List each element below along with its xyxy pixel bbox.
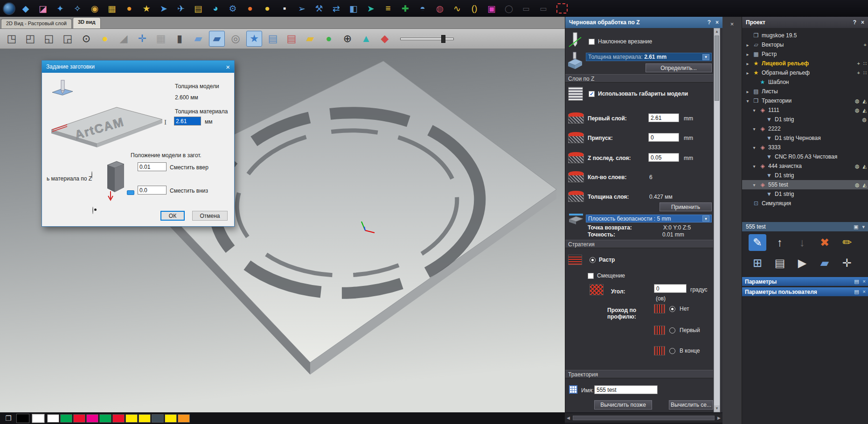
swap-arrows-icon[interactable]: ⇄ (329, 2, 343, 15)
cone-red-icon[interactable]: ◆ (377, 31, 393, 47)
material-slab-active-icon[interactable]: ▰ (209, 31, 225, 47)
tree-item[interactable]: ⊡Симуляция (742, 199, 868, 208)
move-down-icon[interactable]: ↓ (793, 234, 811, 251)
tree-arrow-icon[interactable]: ▸ (745, 61, 750, 66)
sculpt-tool-icon[interactable]: ◆ (19, 2, 33, 15)
bulb-icon[interactable]: ◍ (862, 117, 867, 123)
layers-icon[interactable]: ❐ (3, 414, 14, 423)
menu-icon[interactable]: ▤ (854, 289, 859, 295)
selection-frame-icon[interactable] (556, 3, 568, 14)
close-icon[interactable]: × (863, 278, 866, 285)
rename-icon[interactable]: ✏ (838, 234, 856, 251)
collapse-icon[interactable]: ▾ (862, 224, 865, 230)
view-right-icon[interactable]: ◲ (60, 31, 76, 47)
light-icon[interactable]: ● (97, 31, 113, 47)
close-icon[interactable]: × (715, 19, 719, 26)
material-thickness-input[interactable] (174, 117, 201, 125)
menu-icon[interactable]: ▤ (854, 278, 859, 285)
plane-tool-icon[interactable]: ✈ (174, 2, 188, 15)
tree-arrow-icon[interactable]: ▾ (751, 145, 757, 150)
user-parameters-header[interactable]: Параметры пользователя ▤× (742, 287, 868, 296)
selected-toolpath-header[interactable]: 555 test ▣▾ (742, 222, 868, 231)
ghost-panel-icon[interactable]: ▭ (519, 2, 533, 15)
scroll-up-icon[interactable]: ▲ (714, 28, 720, 35)
texture-ball-icon[interactable]: ◉ (88, 2, 102, 15)
node-orange-icon[interactable]: ● (243, 2, 257, 15)
transform-icon[interactable]: ✛ (838, 255, 856, 271)
edit-toolpath-icon[interactable]: ✎ (749, 234, 766, 251)
mesh-grid-icon[interactable]: ▦ (105, 2, 119, 15)
node-gold-icon[interactable]: ● (260, 2, 274, 15)
palette-swatch[interactable] (86, 414, 98, 423)
star-shape-icon[interactable]: ★ (139, 2, 153, 15)
position-bottom-radio[interactable] (92, 207, 93, 214)
calculate-now-button[interactable]: Вычислить се... (669, 400, 713, 410)
tree-item[interactable]: ▼D1 strig Черновая (742, 133, 868, 143)
tree-arrow-icon[interactable]: ▾ (751, 108, 757, 113)
tree-item[interactable]: ▼CNC R0.05 A3 Чистовая (742, 152, 868, 161)
tree-item[interactable]: ▾◈555 test◍◭ (742, 180, 868, 189)
stack-blue-icon[interactable]: ▤ (265, 31, 281, 47)
tree-arrow-icon[interactable]: ▸ (745, 42, 750, 48)
star-select-icon[interactable]: ★ (246, 31, 262, 47)
offset-checkbox[interactable] (588, 273, 594, 279)
grid-icon[interactable]: ∷ (863, 61, 867, 67)
bulb-icon[interactable]: ◍ (855, 107, 860, 113)
close-icon[interactable]: × (226, 63, 230, 71)
grid-icon[interactable]: ∷ (863, 70, 867, 76)
project-panel-titlebar[interactable]: Проект ? × (742, 17, 868, 28)
teapot-icon[interactable]: ◓ (416, 2, 430, 15)
tab-2d-view[interactable]: 2D Вид - Растровый слой (1, 19, 72, 28)
profile-radio[interactable] (669, 327, 675, 334)
palette-swatch[interactable] (152, 414, 164, 423)
relief-disc-icon[interactable]: ● (122, 2, 136, 15)
offset-down-input[interactable] (138, 186, 167, 195)
tree-arrow-icon[interactable]: ▸ (745, 70, 750, 76)
magenta-box-icon[interactable]: ▣ (485, 2, 499, 15)
small-dot-icon[interactable]: ▪ (278, 2, 292, 15)
stack-red-icon[interactable]: ▤ (284, 31, 299, 47)
tree-item[interactable]: ▾◈3333 (742, 143, 868, 152)
profile-option-row[interactable]: В конце (654, 346, 700, 355)
curve-tool-icon[interactable]: ∿ (450, 2, 464, 15)
help-icon[interactable]: ? (853, 19, 856, 26)
bracket-tool-icon[interactable]: () (467, 2, 481, 15)
smudge-tool-icon[interactable]: ✧ (70, 2, 84, 15)
profile-radio[interactable] (669, 348, 675, 354)
offset-up-input[interactable] (138, 162, 167, 171)
scrollbar-thumb[interactable] (573, 416, 715, 420)
tree-item[interactable]: ▸★Лицевой рельеф+∷ (742, 59, 868, 68)
help-icon[interactable]: ? (708, 19, 711, 26)
tree-arrow-icon[interactable]: ▾ (745, 98, 750, 104)
tree-item[interactable]: ▼D1 strig (742, 189, 868, 199)
gears-icon[interactable]: ⚙ (226, 2, 240, 15)
param-input[interactable] (648, 153, 679, 162)
plus-icon[interactable]: + (857, 61, 860, 66)
raster-radio-row[interactable]: Растр (590, 257, 615, 263)
plunge-checkbox[interactable] (589, 39, 595, 45)
slider-handle[interactable] (441, 35, 445, 43)
pick-arrow-icon[interactable]: ➢ (295, 2, 309, 15)
palette-swatch[interactable] (139, 414, 151, 423)
param-input[interactable] (648, 113, 679, 122)
plunge-checkbox-row[interactable]: Наклонное врезание (589, 38, 652, 45)
arrow-tool-icon[interactable]: ➤ (157, 2, 171, 15)
cancel-button[interactable]: Отмена (192, 211, 228, 221)
wedge-icon[interactable]: ◢ (116, 31, 132, 47)
axes-icon[interactable]: ✛ (134, 31, 150, 47)
add-block-icon[interactable]: ✚ (398, 2, 412, 15)
palette-swatch[interactable] (165, 414, 177, 423)
palette-white-swatch[interactable] (32, 414, 45, 423)
ghost-panel2-icon[interactable]: ▭ (536, 2, 550, 15)
define-button[interactable]: Определить... (646, 63, 712, 72)
use-model-checkbox[interactable]: ✓ (589, 91, 595, 97)
copy-circle-icon[interactable]: ◎ (228, 31, 243, 47)
view-front-icon[interactable]: ◱ (41, 31, 57, 47)
zoom-window-icon[interactable]: ⊙ (78, 31, 94, 47)
profile-radio[interactable] (669, 306, 675, 312)
close-icon[interactable]: × (861, 19, 864, 26)
dialog-titlebar[interactable]: Задание заготовки × (42, 61, 234, 73)
plus-icon[interactable]: + (864, 42, 867, 48)
close-icon[interactable]: × (863, 289, 866, 295)
tree-arrow-icon[interactable]: ▸ (745, 52, 750, 57)
